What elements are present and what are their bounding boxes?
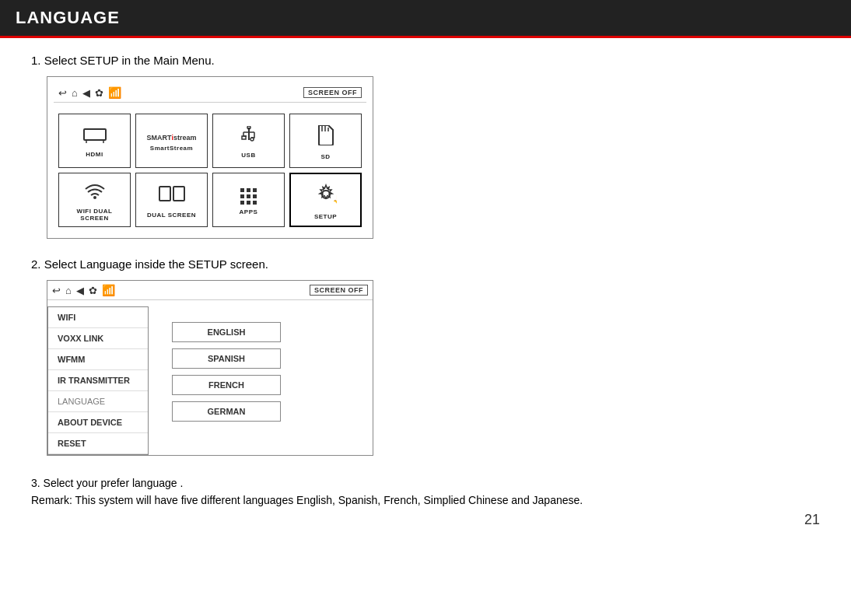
step3-label: 3. Select your prefer language .	[31, 474, 820, 492]
screen-off-badge: SCREEN OFF	[303, 87, 362, 98]
dualscreen-label: DUAL SCREEN	[147, 212, 196, 219]
smartstream-icon: SMARTistream	[147, 134, 197, 142]
sidebar-item-reset[interactable]: RESET	[48, 433, 148, 454]
step3-remark: Remark: This system will have five diffe…	[31, 492, 820, 509]
menu-item-apps[interactable]: APPS	[212, 173, 285, 227]
page-title: LANGUAGE	[16, 8, 120, 27]
step1-topbar: ↩ ⌂ ◀ ✿ 📶 SCREEN OFF	[54, 83, 366, 103]
setup-sidebar: WIFI VOXX LINK WFMM IR TRANSMITTER LANGU…	[47, 306, 149, 455]
topbar-icons: ↩ ⌂ ◀ ✿ 📶	[58, 86, 121, 99]
lang-option-french[interactable]: FRENCH	[172, 375, 281, 395]
setup-icon: 👆	[315, 184, 337, 210]
svg-rect-12	[159, 187, 170, 201]
step2-topbar-icons: ↩ ⌂ ◀ ✿ 📶	[52, 284, 115, 296]
menu-item-usb[interactable]: USB	[212, 114, 285, 168]
wifidualscreen-label: WIFI DUAL SCREEN	[62, 208, 127, 222]
sd-label: SD	[320, 153, 330, 160]
page-header: LANGUAGE	[0, 0, 851, 38]
step2-label: 2. Select Language inside the SETUP scre…	[31, 257, 820, 271]
page-number: 21	[804, 512, 820, 528]
sidebar-item-ir-transmitter[interactable]: IR TRANSMITTER	[48, 370, 148, 391]
hdmi-icon	[83, 128, 107, 148]
svg-point-11	[93, 196, 96, 199]
step2: 2. Select Language inside the SETUP scre…	[31, 257, 820, 456]
step2-screen: ↩ ⌂ ◀ ✿ 📶 SCREEN OFF WIFI VOXX LINK WFMM…	[47, 280, 373, 456]
lang-option-spanish[interactable]: SPANISH	[172, 348, 281, 369]
wifi-dual-icon	[82, 181, 107, 205]
menu-item-dualscreen[interactable]: DUAL SCREEN	[135, 173, 208, 227]
sidebar-item-wifi[interactable]: WIFI	[48, 307, 148, 328]
page-content: 1. Select SETUP in the Main Menu. ↩ ⌂ ◀ …	[0, 38, 851, 544]
menu-item-hdmi[interactable]: HDMI	[58, 114, 131, 168]
svg-rect-0	[84, 129, 106, 140]
setup-label: SETUP	[314, 213, 337, 220]
step2-brightness-icon: ✿	[89, 285, 97, 296]
lang-option-english[interactable]: ENGLISH	[172, 322, 281, 342]
step2-back-icon: ↩	[52, 285, 61, 296]
sidebar-item-language[interactable]: LANGUAGE	[48, 391, 148, 412]
smartstream-label: SmartStream	[150, 145, 193, 152]
step1-screen: ↩ ⌂ ◀ ✿ 📶 SCREEN OFF	[47, 76, 373, 239]
brightness-icon: ✿	[95, 87, 103, 99]
step2-topbar: ↩ ⌂ ◀ ✿ 📶 SCREEN OFF	[47, 281, 373, 300]
lang-option-german[interactable]: GERMAN	[172, 401, 281, 422]
setup-language-content: ENGLISH SPANISH FRENCH GERMAN	[149, 306, 373, 455]
menu-item-smartstream[interactable]: SMARTistream SmartStream	[135, 114, 208, 168]
menu-item-sd[interactable]: SD	[289, 114, 362, 168]
sidebar-item-wfmm[interactable]: WFMM	[48, 349, 148, 370]
usb-label: USB	[241, 152, 255, 159]
step2-home-icon: ⌂	[65, 285, 72, 296]
svg-point-6	[250, 138, 254, 141]
setup-screen-body: WIFI VOXX LINK WFMM IR TRANSMITTER LANGU…	[47, 306, 373, 455]
svg-text:👆: 👆	[332, 194, 337, 205]
back-icon: ↩	[58, 87, 67, 99]
sd-icon	[317, 125, 334, 150]
svg-rect-5	[242, 136, 246, 139]
main-menu-grid: HDMI SMARTistream SmartStream	[54, 109, 366, 232]
menu-item-wifidualscreen[interactable]: WIFI DUAL SCREEN	[58, 173, 131, 227]
apps-label: APPS	[240, 208, 258, 215]
step2-volume-icon: ◀	[76, 285, 84, 296]
hdmi-label: HDMI	[86, 151, 103, 158]
step2-wifi-icon: 📶	[102, 284, 115, 296]
home-icon: ⌂	[72, 87, 78, 99]
step2-screen-off-badge: SCREEN OFF	[310, 285, 368, 296]
usb-icon	[238, 126, 260, 149]
menu-item-setup[interactable]: 👆 SETUP	[289, 173, 362, 227]
step1-label: 1. Select SETUP in the Main Menu.	[31, 54, 820, 67]
svg-rect-13	[173, 187, 184, 201]
volume-icon: ◀	[82, 87, 90, 99]
apps-icon	[240, 188, 257, 205]
sidebar-item-about-device[interactable]: ABOUT DEVICE	[48, 412, 148, 433]
dual-screen-icon	[159, 185, 185, 208]
step1: 1. Select SETUP in the Main Menu. ↩ ⌂ ◀ …	[31, 54, 820, 239]
sidebar-item-voxx-link[interactable]: VOXX LINK	[48, 328, 148, 349]
step3: 3. Select your prefer language . Remark:…	[31, 474, 820, 509]
wifi-signal-icon: 📶	[108, 86, 121, 99]
